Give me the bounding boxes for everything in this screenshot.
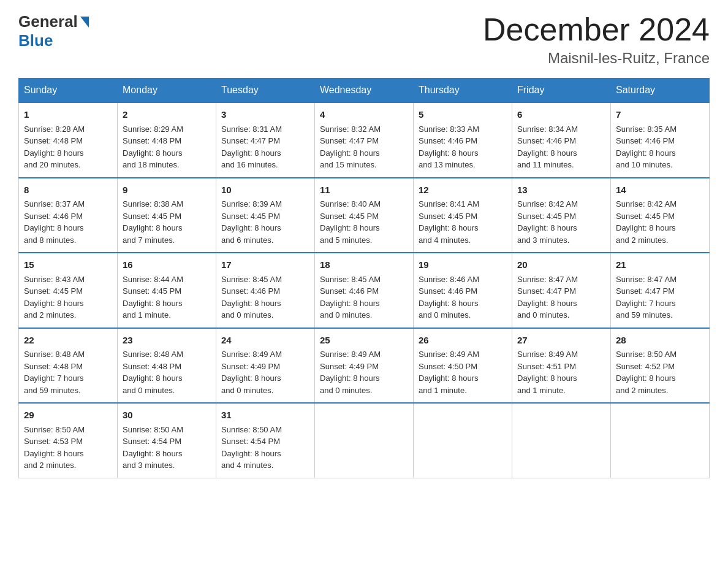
calendar-cell: 13Sunrise: 8:42 AMSunset: 4:45 PMDayligh… [512,178,611,253]
day-number: 1 [24,108,112,122]
day-info: and 2 minutes. [24,309,112,321]
day-info: and 2 minutes. [616,385,704,397]
day-info: Daylight: 8 hours [320,297,408,310]
day-info: Sunset: 4:48 PM [123,135,211,147]
day-number: 4 [320,108,408,122]
calendar-cell: 18Sunrise: 8:45 AMSunset: 4:46 PMDayligh… [315,253,414,328]
day-info: and 7 minutes. [123,234,211,247]
calendar-cell: 24Sunrise: 8:49 AMSunset: 4:49 PMDayligh… [216,328,315,404]
calendar-cell: 21Sunrise: 8:47 AMSunset: 4:47 PMDayligh… [611,253,710,328]
day-info: Sunset: 4:46 PM [616,135,704,147]
day-info: Daylight: 8 hours [123,297,211,310]
calendar-cell: 28Sunrise: 8:50 AMSunset: 4:52 PMDayligh… [611,328,710,404]
day-info: Sunset: 4:45 PM [320,210,408,223]
day-info: Sunrise: 8:47 AM [616,274,704,286]
logo: General Blue [18,12,89,50]
calendar-cell: 29Sunrise: 8:50 AMSunset: 4:53 PMDayligh… [19,403,118,478]
day-info: Sunset: 4:54 PM [123,435,211,448]
day-info: Sunset: 4:50 PM [419,361,507,373]
calendar-week-row: 15Sunrise: 8:43 AMSunset: 4:45 PMDayligh… [19,253,710,328]
day-info: and 8 minutes. [24,234,112,247]
day-number: 21 [616,258,704,272]
day-number: 27 [517,334,605,348]
day-info: Daylight: 7 hours [616,297,704,310]
day-info: Sunset: 4:45 PM [419,210,507,223]
day-info: Sunset: 4:47 PM [320,135,408,147]
day-number: 12 [419,183,507,197]
day-info: Daylight: 8 hours [320,147,408,159]
day-info: Sunrise: 8:46 AM [419,274,507,286]
day-info: Sunset: 4:48 PM [24,135,112,147]
day-info: and 59 minutes. [24,385,112,397]
day-info: Sunrise: 8:43 AM [24,274,112,286]
day-info: Daylight: 8 hours [419,147,507,159]
day-number: 28 [616,334,704,348]
day-info: Sunrise: 8:50 AM [221,424,309,436]
day-info: and 15 minutes. [320,159,408,171]
day-info: Daylight: 8 hours [419,372,507,385]
calendar-cell: 15Sunrise: 8:43 AMSunset: 4:45 PMDayligh… [19,253,118,328]
header-friday: Friday [512,79,611,103]
calendar-cell: 10Sunrise: 8:39 AMSunset: 4:45 PMDayligh… [216,178,315,253]
day-info: Sunrise: 8:38 AM [123,198,211,210]
day-info: Sunset: 4:45 PM [517,210,605,223]
day-info: Daylight: 8 hours [419,222,507,234]
day-info: Sunrise: 8:49 AM [320,348,408,361]
calendar-cell: 17Sunrise: 8:45 AMSunset: 4:46 PMDayligh… [216,253,315,328]
day-info: and 0 minutes. [320,309,408,321]
day-info: Sunrise: 8:45 AM [320,274,408,286]
title-block: December 2024 Maisnil-les-Ruitz, France [483,12,710,67]
header-wednesday: Wednesday [315,79,414,103]
day-info: and 1 minute. [419,385,507,397]
calendar-week-row: 29Sunrise: 8:50 AMSunset: 4:53 PMDayligh… [19,403,710,478]
day-info: and 3 minutes. [123,459,211,472]
day-info: Sunset: 4:46 PM [320,285,408,297]
calendar-cell: 31Sunrise: 8:50 AMSunset: 4:54 PMDayligh… [216,403,315,478]
location-title: Maisnil-les-Ruitz, France [483,50,710,67]
day-number: 16 [123,258,211,272]
calendar-cell: 19Sunrise: 8:46 AMSunset: 4:46 PMDayligh… [414,253,512,328]
day-info: and 4 minutes. [419,234,507,247]
day-number: 2 [123,108,211,122]
day-info: and 0 minutes. [221,309,309,321]
month-title: December 2024 [483,12,710,47]
day-info: Sunrise: 8:40 AM [320,198,408,210]
day-info: and 1 minute. [123,309,211,321]
day-info: and 0 minutes. [221,385,309,397]
calendar-cell: 20Sunrise: 8:47 AMSunset: 4:47 PMDayligh… [512,253,611,328]
day-info: Daylight: 8 hours [517,147,605,159]
day-info: and 11 minutes. [517,159,605,171]
calendar-cell: 4Sunrise: 8:32 AMSunset: 4:47 PMDaylight… [315,102,414,178]
day-info: and 0 minutes. [320,385,408,397]
logo-blue-text: Blue [18,31,53,50]
day-info: and 13 minutes. [419,159,507,171]
day-number: 7 [616,108,704,122]
calendar-cell [315,403,414,478]
calendar-cell: 26Sunrise: 8:49 AMSunset: 4:50 PMDayligh… [414,328,512,404]
day-info: Daylight: 8 hours [517,297,605,310]
day-info: Daylight: 8 hours [616,372,704,385]
day-info: Sunrise: 8:49 AM [517,348,605,361]
day-info: Daylight: 8 hours [24,147,112,159]
day-info: Daylight: 8 hours [123,222,211,234]
calendar-cell: 7Sunrise: 8:35 AMSunset: 4:46 PMDaylight… [611,102,710,178]
day-info: and 2 minutes. [24,459,112,472]
day-info: Sunset: 4:47 PM [221,135,309,147]
day-info: Sunset: 4:49 PM [320,361,408,373]
day-info: Sunrise: 8:50 AM [123,424,211,436]
day-info: Sunset: 4:45 PM [123,285,211,297]
day-info: Sunrise: 8:37 AM [24,198,112,210]
day-number: 10 [221,183,309,197]
day-info: Sunrise: 8:32 AM [320,123,408,136]
day-info: and 2 minutes. [616,234,704,247]
day-number: 6 [517,108,605,122]
calendar-table: SundayMondayTuesdayWednesdayThursdayFrid… [18,78,710,478]
day-number: 31 [221,408,309,423]
day-info: Sunset: 4:51 PM [517,361,605,373]
day-info: Daylight: 8 hours [320,222,408,234]
day-info: and 20 minutes. [24,159,112,171]
day-info: Sunset: 4:49 PM [221,361,309,373]
day-info: and 18 minutes. [123,159,211,171]
day-number: 3 [221,108,309,122]
day-info: and 59 minutes. [616,309,704,321]
